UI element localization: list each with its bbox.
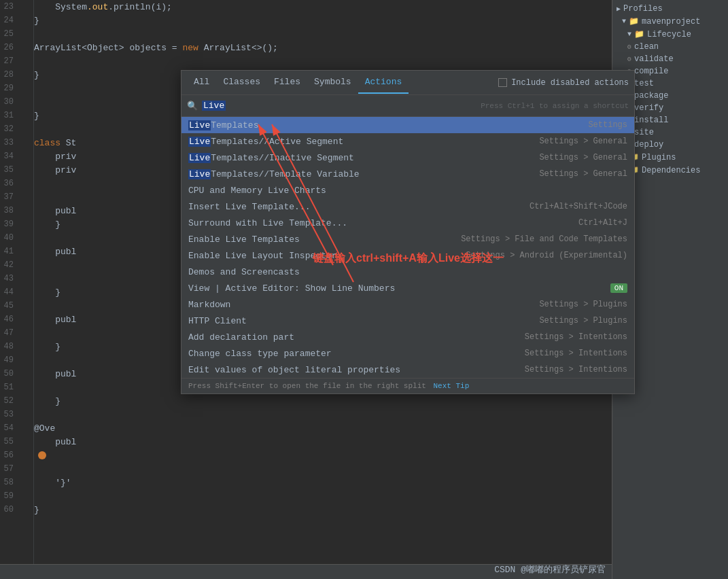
result-item[interactable]: MarkdownSettings > Plugins	[181, 296, 634, 313]
search-row: 🔍 Live Press Ctrl+1 to assign a shortcut	[181, 95, 634, 117]
result-item[interactable]: Insert Live Template...Ctrl+Alt+Shift+JC…	[181, 198, 634, 215]
include-disabled-label: Include disabled actions	[511, 78, 629, 88]
result-item[interactable]: Change class type parameterSettings > In…	[181, 345, 634, 362]
result-item[interactable]: CPU and Memory Live Charts	[181, 182, 634, 198]
next-tip[interactable]: Next Tip	[433, 382, 469, 390]
popup-footer: Press Shift+Enter to open the file in th…	[181, 378, 634, 393]
lifecycle-label: Lifecycle	[647, 30, 691, 39]
result-item[interactable]: Live Templates//Template VariableSetting…	[181, 166, 634, 182]
include-disabled-container: Include disabled actions	[498, 78, 629, 88]
profiles-header[interactable]: ▶ Profiles	[612, 3, 728, 15]
dependencies-label: Dependencies	[642, 166, 700, 175]
lifecycle-item-clean[interactable]: ⚙clean	[612, 41, 728, 53]
results-list: Live TemplatesSettingsLive Templates//Ac…	[181, 117, 634, 378]
tab-symbols[interactable]: Symbols	[307, 71, 358, 94]
lifecycle-item-validate[interactable]: ⚙validate	[612, 53, 728, 65]
result-item[interactable]: Add declaration partSettings > Intention…	[181, 329, 634, 345]
result-item[interactable]: Live Templates//Inactive SegmentSettings…	[181, 150, 634, 166]
lifecycle-header[interactable]: ▼ 📁 Lifecycle	[612, 28, 728, 41]
command-popup: All Classes Files Symbols Actions Includ…	[181, 70, 635, 394]
csdn-credit: CSDN @嘟嘟的程序员铲尿官	[494, 563, 606, 576]
profiles-label: Profiles	[623, 4, 663, 14]
result-item[interactable]: Demos and Screencasts	[181, 264, 634, 280]
maven-label: mavenproject	[642, 17, 700, 27]
result-item[interactable]: Enable Live Layout InspectorSettings > A…	[181, 247, 634, 264]
popup-tabs: All Classes Files Symbols Actions Includ…	[181, 71, 634, 95]
search-icon: 🔍	[187, 101, 198, 111]
result-item[interactable]: Enable Live TemplatesSettings > File and…	[181, 231, 634, 247]
tab-classes[interactable]: Classes	[216, 71, 267, 94]
maven-header[interactable]: ▼ 📁 mavenproject	[612, 15, 728, 28]
result-item[interactable]: Edit values of object literal properties…	[181, 362, 634, 378]
footer-text: Press Shift+Enter to open the file in th…	[188, 382, 426, 390]
tab-all[interactable]: All	[187, 71, 216, 94]
tab-actions[interactable]: Actions	[358, 71, 409, 94]
plugins-label: Plugins	[642, 153, 676, 162]
result-item[interactable]: Live TemplatesSettings	[181, 117, 634, 133]
include-disabled-checkbox[interactable]	[498, 78, 507, 87]
result-item[interactable]: Surround with Live Template...Ctrl+Alt+J	[181, 215, 634, 231]
result-item[interactable]: View | Active Editor: Show Line NumbersO…	[181, 280, 634, 296]
search-display: Live	[202, 101, 226, 111]
result-item[interactable]: HTTP ClientSettings > Plugins	[181, 313, 634, 329]
result-item[interactable]: Live Templates//Active SegmentSettings >…	[181, 133, 634, 150]
shortcut-hint: Press Ctrl+1 to assign a shortcut	[481, 102, 629, 110]
tab-files[interactable]: Files	[267, 71, 307, 94]
search-highlight: Live	[202, 101, 226, 111]
